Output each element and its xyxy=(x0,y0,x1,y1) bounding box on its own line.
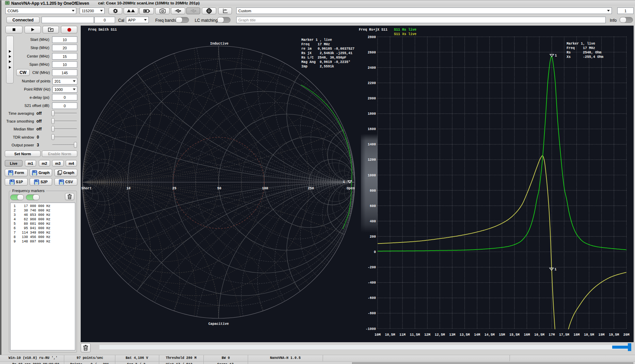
svg-text:S11 Rs live: S11 Rs live xyxy=(394,28,416,32)
svg-text:12M: 12M xyxy=(424,333,430,337)
svg-text:800: 800 xyxy=(370,189,376,193)
svg-text:-200: -200 xyxy=(368,266,376,269)
svg-text:1600: 1600 xyxy=(368,127,376,131)
svg-text:Capacitive: Capacitive xyxy=(208,322,229,326)
svg-text:Xs -255,4 Ohm: Xs -255,4 Ohm xyxy=(567,55,603,59)
svg-text:2000: 2000 xyxy=(368,97,376,100)
svg-text:1000: 1000 xyxy=(368,174,376,177)
svg-text:2800: 2800 xyxy=(368,35,376,39)
svg-text:Rs 2546, Ohm: Rs 2546, Ohm xyxy=(567,51,601,54)
svg-text:14M: 14M xyxy=(474,333,480,337)
svg-text:1: 1 xyxy=(555,54,557,58)
svg-text:600: 600 xyxy=(370,204,376,208)
svg-text:17M: 17M xyxy=(549,333,555,337)
svg-text:18,5M: 18,5M xyxy=(584,333,594,337)
svg-text:13,5M: 13,5M xyxy=(460,333,470,337)
svg-text:50: 50 xyxy=(217,187,221,190)
svg-text:15,5M: 15,5M xyxy=(509,333,520,337)
svg-text:1400: 1400 xyxy=(368,143,376,146)
svg-text:Freq Rs+jX S11: Freq Rs+jX S11 xyxy=(359,28,387,32)
svg-text:10,5M: 10,5M xyxy=(385,333,395,337)
svg-text:Marker 1 , live: Marker 1 , live xyxy=(301,38,332,42)
svg-text:0: 0 xyxy=(374,250,376,254)
svg-text:14,5M: 14,5M xyxy=(485,333,495,337)
svg-text:11,5M: 11,5M xyxy=(410,333,420,337)
svg-text:-600: -600 xyxy=(368,296,376,300)
svg-text:2200: 2200 xyxy=(368,81,376,85)
svg-text:-1000: -1000 xyxy=(366,327,376,331)
svg-text:2600: 2600 xyxy=(368,51,376,54)
svg-text:Imp 2,5591k: Imp 2,5591k xyxy=(301,65,334,68)
svg-text:1: 1 xyxy=(555,268,557,271)
svg-text:2400: 2400 xyxy=(368,66,376,70)
svg-text:Rs jX 2,5463k -j255,41: Rs jX 2,5463k -j255,41 xyxy=(301,51,352,55)
svg-text:Freq 17 MHz: Freq 17 MHz xyxy=(301,43,330,46)
svg-text:18M: 18M xyxy=(574,333,580,337)
svg-text:200: 200 xyxy=(370,235,376,239)
svg-text:Freq 17 MHz: Freq 17 MHz xyxy=(567,46,595,50)
svg-text:Open: Open xyxy=(347,187,355,190)
svg-text:17,5M: 17,5M xyxy=(559,333,569,337)
svg-text:-400: -400 xyxy=(368,281,376,285)
svg-text:20M: 20M xyxy=(623,333,630,337)
svg-text:Marker 1, live: Marker 1, live xyxy=(567,42,595,46)
svg-text:re im 0,96185 -0,0037527: re im 0,96185 -0,0037527 xyxy=(301,47,354,51)
svg-text:13M: 13M xyxy=(449,333,455,337)
svg-text:400: 400 xyxy=(370,220,376,223)
svg-text:Rs L/C 2546, 36,656pF: Rs L/C 2546, 36,656pF xyxy=(301,56,346,60)
svg-text:Inductive: Inductive xyxy=(210,42,228,46)
svg-text:S11 Xs live: S11 Xs live xyxy=(394,32,416,36)
svg-text:15M: 15M xyxy=(499,333,505,337)
svg-text:-800: -800 xyxy=(368,312,376,315)
svg-text:16,5M: 16,5M xyxy=(534,333,544,337)
svg-text:25: 25 xyxy=(172,187,176,190)
svg-text:100: 100 xyxy=(262,187,268,190)
svg-text:10: 10 xyxy=(126,187,130,190)
svg-text:250: 250 xyxy=(308,187,314,190)
svg-text:Freq Smith S11: Freq Smith S11 xyxy=(88,28,117,32)
svg-text:16M: 16M xyxy=(524,333,530,337)
svg-text:19M: 19M xyxy=(599,333,605,337)
svg-text:1: 1 xyxy=(343,180,345,184)
svg-text:Mag Ang 0,9619 -0,2235°: Mag Ang 0,9619 -0,2235° xyxy=(301,60,350,64)
svg-text:1800: 1800 xyxy=(368,112,376,116)
svg-text:Short: Short xyxy=(81,187,92,190)
svg-text:19,5M: 19,5M xyxy=(609,333,619,337)
svg-text:12,5M: 12,5M xyxy=(435,333,445,337)
svg-text:1200: 1200 xyxy=(368,158,376,162)
svg-text:10M: 10M xyxy=(375,333,381,337)
svg-text:11M: 11M xyxy=(399,333,406,337)
